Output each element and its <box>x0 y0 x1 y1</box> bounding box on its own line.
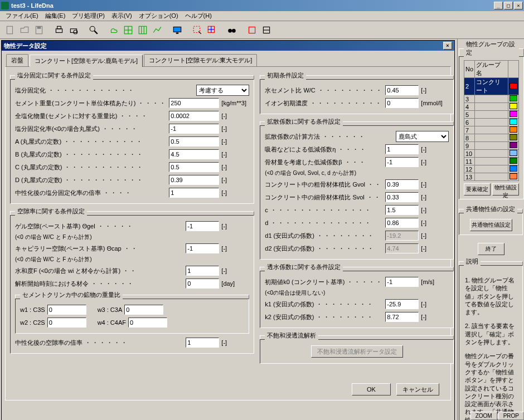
tab-rock[interactable]: 岩盤 <box>6 54 28 66</box>
const-a-input[interactable] <box>169 136 219 146</box>
minimize-button[interactable]: _ <box>494 2 503 9</box>
settings-red-icon[interactable] <box>245 23 259 37</box>
hydration-label: 水和度F (<0の場合 wi と材令から計算) <box>15 267 120 275</box>
w3-label: w3 : C3A <box>98 306 123 313</box>
group-row[interactable]: 11 <box>464 158 519 165</box>
age-input[interactable] <box>186 279 219 289</box>
cement-weight-input[interactable] <box>169 98 219 108</box>
select-rect-icon[interactable] <box>191 23 204 37</box>
menu-pre[interactable]: プリ処理(P) <box>69 12 108 20</box>
k0-input[interactable] <box>385 277 419 287</box>
w1-input[interactable] <box>47 305 86 315</box>
dialog-title: 物性データ設定 <box>4 42 47 50</box>
wc-input[interactable] <box>385 85 419 95</box>
maximize-button[interactable]: □ <box>504 2 513 9</box>
group-row[interactable]: 10 <box>464 150 519 158</box>
gel-label: ゲル空隙(ペースト基準) Θgel <box>15 222 95 231</box>
explain-p3: 物性グループの番号をダブルクリックするか「物性値ボタン」を押すと設定されているコ… <box>465 352 517 420</box>
print-preview-icon[interactable] <box>67 23 80 37</box>
tab-concrete-todai[interactable]: コンクリート[空隙モデル:東大モデル] <box>144 54 257 66</box>
eta-input[interactable] <box>385 144 419 154</box>
chloride-label: 全塩化物量(セメントに対する重量比) <box>15 112 117 120</box>
open-icon[interactable] <box>18 23 31 37</box>
exit-button[interactable]: 終了 <box>478 243 504 255</box>
svg-rect-2 <box>37 26 41 29</box>
binoculars-icon[interactable] <box>225 23 239 37</box>
cloud-icon[interactable] <box>107 23 120 37</box>
ion-input[interactable] <box>385 98 419 108</box>
unsat-group: 不飽和浸透流解析 不飽和浸透流解析データ設定 <box>260 331 454 364</box>
prop-group-table[interactable]: Noグループ名 2コンクリート345678910111213 <box>464 60 519 181</box>
k2-input[interactable] <box>385 312 419 322</box>
dialog-close-button[interactable]: × <box>443 42 452 50</box>
group-row[interactable]: 12 <box>464 165 519 173</box>
k2-label: k2 (安田式の係数) <box>265 313 314 321</box>
const-c-input[interactable] <box>169 162 219 172</box>
k0-label: 初期値k0 (コンクリート基準) <box>265 278 345 286</box>
group-row[interactable]: 8 <box>464 134 519 142</box>
neutral-rate-input[interactable] <box>169 188 219 198</box>
group-row[interactable]: 4 <box>464 103 519 111</box>
menu-edit[interactable]: 編集(E) <box>42 12 69 20</box>
toolbar <box>0 21 524 39</box>
salt-fix-legend: 塩分固定に関する条件設定 <box>15 71 93 80</box>
chart-icon[interactable] <box>151 23 164 37</box>
chloride-input[interactable] <box>169 111 219 121</box>
svg-point-22 <box>232 28 236 32</box>
group-row[interactable]: 6 <box>464 119 519 126</box>
calc-method-select[interactable]: 鹿島式 <box>396 131 449 142</box>
element-confirm-button[interactable]: 要素確定 <box>464 183 491 196</box>
grid1-icon[interactable] <box>122 23 135 37</box>
group-row[interactable]: 2コンクリート <box>464 78 519 95</box>
group-row[interactable]: 5 <box>464 111 519 119</box>
w2-label: w2 : C2S <box>20 319 45 326</box>
salt-enable-label: 塩分固定化 <box>15 86 46 95</box>
group-row[interactable]: 9 <box>464 142 519 150</box>
void-neutral-input[interactable] <box>186 338 219 348</box>
salt-enable-select[interactable]: 考慮する <box>196 85 249 96</box>
ok-button[interactable]: OK <box>352 383 391 395</box>
grid2-icon[interactable] <box>136 23 149 37</box>
prop-value-button[interactable]: 物性値設定 <box>492 183 519 196</box>
svol-input[interactable] <box>385 192 419 202</box>
menu-view[interactable]: 表示(V) <box>108 12 135 20</box>
w2-input[interactable] <box>47 318 86 328</box>
group-row[interactable]: 13 <box>464 173 519 181</box>
save-icon[interactable] <box>32 23 46 37</box>
const-d-input[interactable] <box>169 175 219 185</box>
w4-input[interactable] <box>128 318 167 328</box>
cap-input[interactable] <box>186 243 219 253</box>
group-row[interactable]: 7 <box>464 126 519 134</box>
common-prop-button[interactable]: 共通物性値設定 <box>470 219 512 231</box>
perm-legend: 透水係数に関する条件設定 <box>265 263 343 271</box>
cancel-button[interactable]: キャンセル <box>396 383 439 395</box>
monitor-icon[interactable] <box>171 23 184 37</box>
zoom-icon[interactable] <box>87 23 100 37</box>
group-row[interactable]: 3 <box>464 95 519 103</box>
c-input[interactable] <box>385 205 419 215</box>
w3-input[interactable] <box>124 305 163 315</box>
select-grid-icon[interactable] <box>205 23 219 37</box>
gvol-input[interactable] <box>385 179 419 189</box>
new-icon[interactable] <box>3 23 17 37</box>
print-icon[interactable] <box>52 23 66 37</box>
ion-label: イオン初期濃度 <box>265 99 308 108</box>
fix-rate-input[interactable] <box>169 124 219 134</box>
hydration-input[interactable] <box>186 266 219 276</box>
k1-input[interactable] <box>385 299 419 309</box>
menu-file[interactable]: ファイル(E) <box>2 12 42 20</box>
settings-grid-icon[interactable] <box>260 23 273 37</box>
close-button[interactable]: × <box>514 2 523 9</box>
svg-rect-4 <box>57 26 61 29</box>
unsat-button: 不飽和浸透流解析データ設定 <box>311 345 403 358</box>
col-name: グループ名 <box>475 61 508 78</box>
menu-help[interactable]: ヘルプ(H) <box>182 12 215 20</box>
status-zoom: ZOOM <box>470 412 497 420</box>
gel-input[interactable] <box>186 221 219 231</box>
const-d-label: D (丸屋式の定数) <box>15 176 62 184</box>
d-input[interactable] <box>385 218 419 228</box>
tab-concrete-kashima[interactable]: コンクリート[空隙モデル:鹿島モデル] <box>30 55 143 67</box>
menu-option[interactable]: オプション(O) <box>135 12 182 20</box>
const-b-input[interactable] <box>169 149 219 159</box>
beta-input[interactable] <box>385 157 419 167</box>
